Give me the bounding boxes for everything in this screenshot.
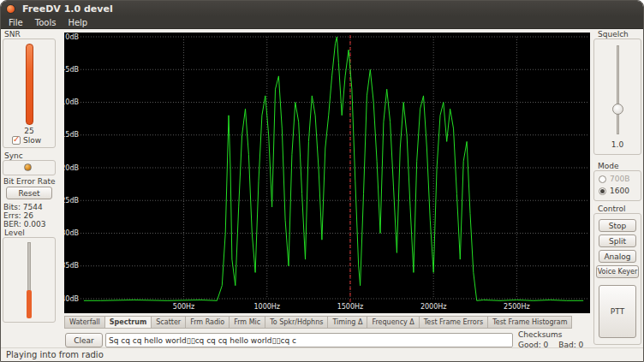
radio-1600-icon[interactable] — [599, 187, 606, 195]
bits-count: Bits: 7544 — [3, 203, 43, 211]
split-button[interactable]: Split — [599, 234, 636, 247]
mode-radio-700b[interactable]: 700B — [599, 175, 629, 183]
clear-button[interactable]: Clear — [65, 333, 103, 347]
snr-label: SNR — [4, 30, 21, 39]
level-label: Level — [4, 228, 25, 237]
titlebar: FreeDV 1.0 devel — [1, 1, 643, 16]
svg-text:-5dB: -5dB — [64, 66, 79, 74]
svg-text:500Hz: 500Hz — [173, 303, 194, 311]
menu-tools[interactable]: Tools — [35, 18, 57, 27]
voice-keyer-button[interactable]: Voice Keyer — [596, 265, 639, 278]
slow-checkbox-row: Slow — [12, 136, 41, 145]
radio-700b-icon[interactable] — [599, 175, 606, 183]
slow-checkbox[interactable] — [12, 136, 21, 145]
level-slider-fill[interactable] — [27, 290, 32, 318]
tab-frequency[interactable]: Frequency Δ — [367, 316, 418, 329]
checksums-label: Checksums — [518, 330, 592, 339]
tab-test-frame-errors[interactable]: Test Frame Errors — [419, 316, 487, 329]
slow-checkbox-label: Slow — [23, 136, 41, 145]
squelch-label: Squelch — [598, 30, 629, 39]
spectrum-svg[interactable]: 0dB-5dB-10dB-15dB-20dB-25dB-30dB-35dB-40… — [64, 33, 590, 313]
menu-file[interactable]: File — [9, 18, 23, 27]
svg-text:-10dB: -10dB — [64, 98, 79, 106]
status-bar: Playing into from radio — [1, 347, 643, 361]
svg-text:-35dB: -35dB — [64, 262, 79, 270]
sync-label: Sync — [4, 151, 23, 160]
errors-count: Errs: 26 — [3, 211, 33, 220]
menubar: File Tools Help — [1, 16, 643, 29]
squelch-value: 1.0 — [593, 140, 641, 149]
snr-value: 25 — [3, 127, 56, 135]
ptt-button[interactable]: PTT — [599, 285, 636, 338]
svg-text:-40dB: -40dB — [64, 295, 79, 303]
svg-text:-30dB: -30dB — [64, 229, 79, 237]
close-button[interactable] — [6, 4, 15, 14]
svg-text:2500Hz: 2500Hz — [504, 303, 530, 311]
analog-button[interactable]: Analog — [599, 250, 636, 263]
tab-frm-mic[interactable]: Frm Mic — [229, 316, 265, 329]
ber-value: BER: 0.003 — [3, 220, 46, 228]
spectrum-plot[interactable]: 0dB-5dB-10dB-15dB-20dB-25dB-30dB-35dB-40… — [64, 33, 590, 313]
status-text: Playing into from radio — [6, 350, 104, 359]
tab-frm-radio[interactable]: Frm Radio — [185, 316, 229, 329]
snr-gauge — [26, 44, 33, 125]
svg-text:1500Hz: 1500Hz — [337, 303, 364, 311]
svg-text:2000Hz: 2000Hz — [420, 303, 447, 311]
tab-to-spkr-hdphns[interactable]: To Spkr/Hdphns — [265, 316, 327, 329]
tab-timing[interactable]: Timing Δ — [327, 316, 367, 329]
sync-led-indicator — [24, 163, 32, 171]
squelch-slider-handle[interactable] — [612, 104, 623, 115]
tab-spectrum[interactable]: Spectrum — [104, 316, 151, 329]
reset-button[interactable]: Reset — [6, 187, 52, 199]
tab-test-frame-histogram[interactable]: Test Frame Histogram — [487, 316, 572, 329]
radio-1600-label: 1600 — [610, 187, 629, 195]
mode-label: Mode — [598, 162, 619, 170]
freedv-window: FreeDV 1.0 devel File Tools Help SNR 25 … — [0, 0, 644, 362]
svg-text:-15dB: -15dB — [64, 131, 79, 139]
tx-text-input[interactable] — [105, 333, 513, 347]
svg-text:0dB: 0dB — [65, 33, 79, 41]
svg-text:1000Hz: 1000Hz — [253, 303, 280, 311]
tab-waterfall[interactable]: Waterfall — [64, 316, 104, 329]
radio-700b-label: 700B — [610, 175, 629, 183]
control-label: Control — [598, 205, 626, 213]
ber-section-label: Bit Error Rate — [3, 177, 56, 186]
mode-radio-1600[interactable]: 1600 — [599, 187, 629, 195]
svg-text:-25dB: -25dB — [64, 197, 79, 205]
tab-bar: WaterfallSpectrumScatterFrm RadioFrm Mic… — [64, 316, 572, 329]
window-title: FreeDV 1.0 devel — [22, 3, 113, 15]
checksums-block: Checksums Good: 0 Bad: 0 — [518, 330, 592, 349]
tab-scatter[interactable]: Scatter — [151, 316, 185, 329]
menu-help[interactable]: Help — [68, 18, 87, 27]
stop-button[interactable]: Stop — [599, 219, 636, 232]
squelch-slider-track[interactable] — [617, 45, 619, 134]
svg-text:-20dB: -20dB — [64, 164, 79, 172]
